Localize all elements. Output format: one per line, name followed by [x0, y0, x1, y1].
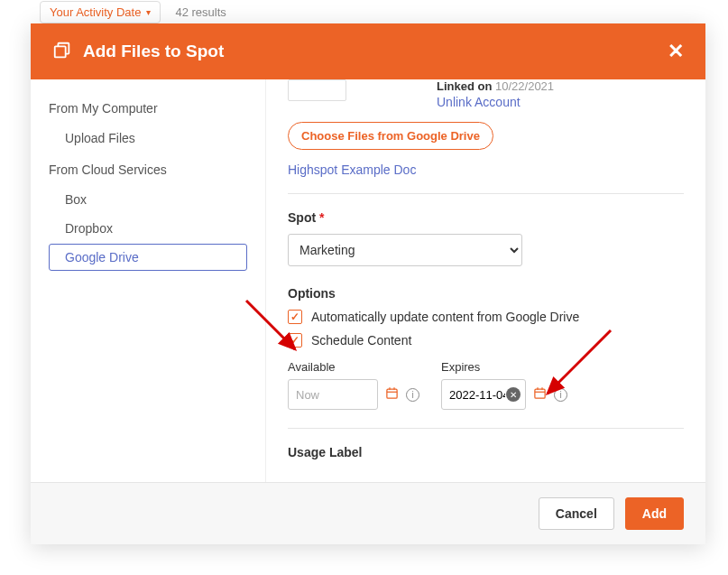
filter-label: Your Activity Date [50, 5, 141, 19]
sidebar-item-upload-files[interactable]: Upload Files [49, 125, 247, 152]
add-files-modal: Add Files to Spot ✕ From My Computer Upl… [31, 23, 705, 544]
linked-on-label: Linked on [437, 79, 492, 93]
info-icon[interactable]: i [406, 388, 419, 402]
activity-date-filter[interactable]: Your Activity Date ▾ [40, 1, 161, 23]
option-schedule-row[interactable]: ✓ Schedule Content [288, 333, 684, 348]
choose-files-button[interactable]: Choose Files from Google Drive [288, 122, 493, 150]
modal-footer: Cancel Add [31, 482, 705, 544]
unlink-account-link[interactable]: Unlink Account [437, 95, 521, 109]
background-toolbar: Your Activity Date ▾ 42 results [0, 0, 728, 23]
divider [288, 193, 684, 194]
svg-rect-1 [55, 46, 66, 57]
option-auto-update-label: Automatically update content from Google… [311, 310, 579, 324]
example-doc-link[interactable]: Highspot Example Doc [288, 162, 684, 177]
checkbox-checked-icon: ✓ [288, 333, 302, 348]
linked-on-text: Linked on 10/22/2021 [437, 79, 554, 93]
add-button[interactable]: Add [625, 497, 684, 530]
checkbox-checked-icon: ✓ [288, 310, 302, 324]
required-marker: * [319, 210, 324, 225]
linked-account-row: Linked on 10/22/2021 Unlink Account [288, 79, 684, 109]
modal-body: From My Computer Upload Files From Cloud… [31, 79, 705, 482]
svg-rect-2 [387, 389, 397, 398]
spot-label-text: Spot [288, 210, 316, 225]
spot-label: Spot * [288, 210, 684, 225]
options-label: Options [288, 286, 684, 301]
calendar-icon[interactable] [533, 386, 547, 403]
sidebar-item-dropbox[interactable]: Dropbox [49, 215, 247, 242]
expires-label: Expires [441, 360, 567, 374]
files-stack-icon [52, 41, 72, 63]
results-count: 42 results [175, 5, 226, 19]
close-icon[interactable]: ✕ [668, 40, 684, 63]
available-field: Available i [288, 360, 419, 410]
modal-title: Add Files to Spot [83, 42, 224, 61]
sidebar: From My Computer Upload Files From Cloud… [31, 79, 266, 482]
calendar-icon[interactable] [385, 386, 399, 403]
info-icon[interactable]: i [554, 388, 567, 402]
available-label: Available [288, 360, 419, 374]
main-panel: Linked on 10/22/2021 Unlink Account Choo… [266, 79, 705, 482]
modal-header: Add Files to Spot ✕ [31, 23, 705, 79]
account-thumbnail [288, 79, 346, 101]
usage-label: Usage Label [288, 445, 684, 459]
option-auto-update-row[interactable]: ✓ Automatically update content from Goog… [288, 310, 684, 324]
sidebar-section-cloud: From Cloud Services [49, 162, 247, 177]
clear-icon[interactable]: ✕ [506, 387, 521, 402]
linked-on-date: 10/22/2021 [495, 79, 554, 93]
cancel-button[interactable]: Cancel [539, 497, 614, 530]
spot-select[interactable]: Marketing [288, 234, 522, 266]
expires-field: Expires ✕ i [441, 360, 567, 410]
sidebar-item-box[interactable]: Box [49, 186, 247, 213]
sidebar-item-google-drive[interactable]: Google Drive [49, 244, 247, 271]
sidebar-section-computer: From My Computer [49, 101, 247, 116]
divider [288, 428, 684, 429]
svg-rect-6 [535, 389, 545, 398]
option-schedule-label: Schedule Content [311, 333, 411, 348]
available-input[interactable] [288, 379, 378, 410]
chevron-down-icon: ▾ [146, 7, 151, 17]
